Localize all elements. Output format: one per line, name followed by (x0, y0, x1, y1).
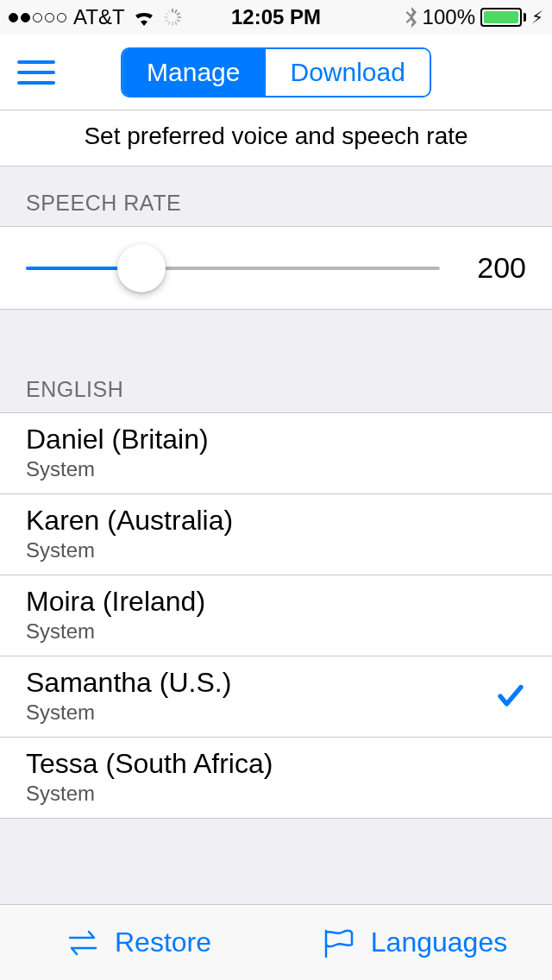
loading-spinner-icon (163, 8, 182, 27)
tab-manage[interactable]: Manage (122, 49, 264, 96)
speech-rate-value: 200 (466, 251, 526, 285)
svg-rect-10 (164, 12, 168, 16)
svg-rect-11 (167, 9, 171, 14)
status-bar: AT&T 12:05 PM 100% ⚡︎ (0, 0, 552, 35)
battery-icon (480, 8, 526, 27)
svg-rect-3 (177, 16, 181, 18)
flag-icon (321, 927, 357, 958)
voices-header: ENGLISH (0, 353, 552, 412)
svg-rect-5 (174, 21, 178, 25)
bottom-toolbar: Restore Languages (0, 904, 552, 980)
voice-sublabel: System (26, 782, 273, 806)
voice-sublabel: System (26, 700, 231, 725)
slider-thumb[interactable] (117, 244, 166, 292)
voice-name: Karen (Australia) (26, 505, 233, 537)
voice-list: Daniel (Britain) System Karen (Australia… (0, 412, 552, 819)
segmented-control: Manage Download (121, 47, 431, 97)
svg-rect-0 (172, 9, 173, 13)
status-right: 100% ⚡︎ (405, 5, 543, 29)
carrier-label: AT&T (73, 5, 125, 29)
voice-row-samantha[interactable]: Samantha (U.S.) System (0, 656, 552, 738)
page-subtitle: Set preferred voice and speech rate (0, 110, 552, 166)
top-bar: Manage Download (0, 35, 552, 110)
voice-name: Tessa (South Africa) (26, 748, 273, 780)
speech-rate-header: SPEECH RATE (0, 166, 552, 226)
svg-rect-9 (163, 16, 167, 18)
svg-rect-8 (164, 19, 168, 22)
battery-percent: 100% (423, 5, 475, 29)
voice-row-tessa[interactable]: Tessa (South Africa) System (0, 738, 552, 819)
restore-button[interactable]: Restore (0, 905, 276, 980)
svg-rect-2 (176, 12, 180, 16)
voice-name: Samantha (U.S.) (26, 667, 231, 699)
charging-icon: ⚡︎ (531, 7, 543, 28)
speech-rate-slider[interactable] (26, 267, 440, 270)
svg-rect-6 (172, 22, 173, 27)
voice-name: Daniel (Britain) (26, 424, 209, 455)
voice-sublabel: System (26, 457, 209, 481)
voice-sublabel: System (26, 538, 233, 562)
voice-row-daniel[interactable]: Daniel (Britain) System (0, 413, 552, 494)
status-left: AT&T (9, 5, 182, 29)
menu-button[interactable] (17, 60, 55, 85)
voice-row-karen[interactable]: Karen (Australia) System (0, 494, 552, 575)
languages-label: Languages (371, 927, 507, 958)
svg-rect-1 (174, 9, 178, 14)
clock: 12:05 PM (231, 5, 321, 29)
voice-name: Moira (Ireland) (26, 586, 205, 618)
restore-label: Restore (115, 927, 211, 958)
voice-row-moira[interactable]: Moira (Ireland) System (0, 575, 552, 656)
checkmark-icon (495, 681, 526, 712)
signal-strength-icon (9, 13, 66, 22)
voice-sublabel: System (26, 619, 205, 644)
languages-button[interactable]: Languages (276, 905, 552, 980)
wifi-icon (132, 9, 156, 26)
svg-rect-4 (176, 19, 180, 22)
bluetooth-icon (405, 7, 417, 28)
speech-rate-row: 200 (0, 226, 552, 310)
tab-download[interactable]: Download (265, 49, 430, 96)
svg-rect-7 (167, 21, 171, 25)
restore-icon (65, 927, 101, 958)
